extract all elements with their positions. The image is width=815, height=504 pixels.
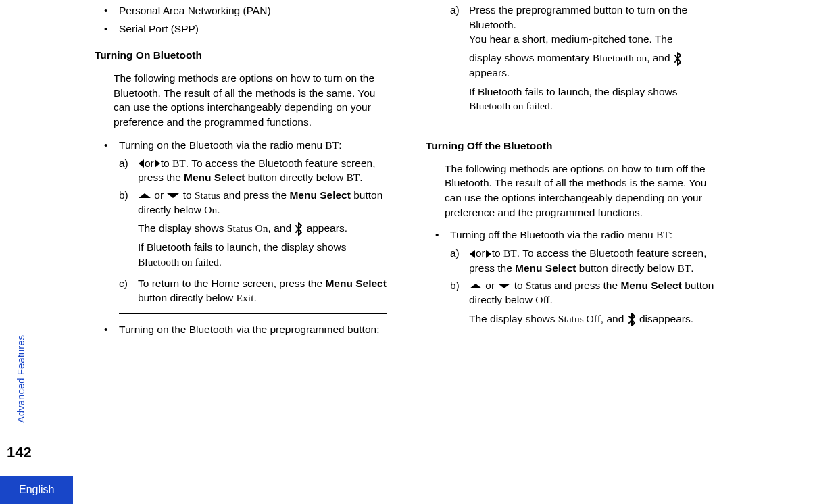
step-c-body: To return to the Home screen, press the … — [138, 276, 387, 305]
heading-turn-on: Turning On Bluetooth — [95, 48, 387, 63]
bluetooth-icon — [294, 222, 303, 236]
side-tab-label: Advanced Features — [14, 335, 28, 423]
bullet-dot-icon: • — [104, 138, 119, 153]
off-step-a: a) orto BT. To access the Bluetooth feat… — [450, 246, 718, 275]
status-off-label: Status Off — [558, 313, 601, 324]
menu-select-label: Menu Select — [325, 278, 386, 289]
step-c: c) To return to the Home screen, press t… — [119, 276, 387, 305]
bt-label: BT — [346, 172, 360, 183]
right-a-line2: You hear a short, medium-pitched tone. T… — [469, 32, 718, 47]
bullet-button-on-text: Turning on the Bluetooth via the preprog… — [119, 322, 379, 337]
bullet-menu-on: • Turning on the Bluetooth via the radio… — [104, 138, 387, 153]
bullet-dot-icon: • — [435, 228, 450, 243]
status-on-label: Status On — [227, 222, 268, 234]
arrow-right-icon — [486, 250, 491, 258]
arrow-up-icon — [470, 284, 482, 288]
bullet-button-on: • Turning on the Bluetooth via the prepr… — [104, 322, 387, 337]
menu-select-label: Menu Select — [515, 262, 576, 274]
bullet-menu-on-text: Turning on the Bluetooth via the radio m… — [119, 138, 341, 153]
menu-select-label: Menu Select — [184, 172, 245, 183]
step-a-body: orto BT. To access the Bluetooth feature… — [138, 156, 387, 185]
right-a-line1: Press the preprogrammed button to turn o… — [469, 3, 718, 32]
page-number: 142 — [7, 443, 32, 463]
text-pan: Personal Area Networking (PAN) — [119, 3, 271, 18]
bt-label: BT — [677, 262, 691, 274]
bluetooth-icon — [673, 52, 683, 66]
bullet-dot-icon: • — [104, 322, 119, 337]
label-b: b) — [119, 188, 138, 274]
status-label: Status — [526, 280, 551, 291]
status-label: Status — [195, 189, 220, 201]
text-spp: Serial Port (SPP) — [119, 22, 199, 36]
arrow-left-icon — [139, 159, 144, 168]
heading-turn-off: Turning Off the Bluetooth — [426, 138, 718, 153]
bullet-pan: • Personal Area Networking (PAN) — [104, 3, 387, 18]
right-a-fail: If Bluetooth fails to launch, the displa… — [469, 84, 718, 114]
label-a: a) — [119, 156, 138, 185]
bullet-spp: • Serial Port (SPP) — [104, 22, 387, 36]
section-divider — [119, 313, 387, 314]
bullet-menu-off-text: Turning off the Bluetooth via the radio … — [450, 228, 672, 243]
bt-label: BT — [503, 247, 517, 259]
bt-on-label: Bluetooth on — [593, 52, 647, 64]
bt-on-failed-label: Bluetooth on failed — [469, 100, 550, 111]
bt-label: BT — [325, 139, 339, 151]
off-step-b-result: The display shows Status Off, and disapp… — [469, 311, 718, 326]
section-divider — [450, 126, 718, 126]
bullet-dot-icon: • — [104, 3, 119, 18]
arrow-left-icon — [470, 250, 475, 258]
label-c: c) — [119, 276, 138, 305]
on-label: On — [204, 204, 217, 216]
step-b-fail: If Bluetooth fails to launch, the displa… — [138, 240, 387, 269]
bt-on-failed-label: Bluetooth on failed — [138, 256, 219, 268]
right-step-a-body: Press the preprogrammed button to turn o… — [469, 3, 718, 118]
label-b: b) — [450, 278, 469, 330]
arrow-right-icon — [155, 159, 160, 168]
intro-on: The following methods are options on how… — [114, 71, 387, 130]
off-step-b: b) or to Status and press the Menu Selec… — [450, 278, 718, 330]
right-a-line3: display shows momentary Bluetooth on, an… — [469, 51, 718, 80]
bt-label: BT — [656, 229, 670, 241]
language-tab: English — [0, 476, 73, 504]
off-step-a-body: orto BT. To access the Bluetooth feature… — [469, 246, 718, 275]
label-a: a) — [450, 246, 469, 275]
exit-label: Exit — [237, 292, 254, 303]
bt-label: BT — [172, 157, 186, 169]
arrow-down-icon — [498, 284, 510, 288]
arrow-up-icon — [139, 193, 151, 198]
bullet-dot-icon: • — [104, 22, 119, 36]
arrow-down-icon — [167, 193, 179, 198]
step-a: a) orto BT. To access the Bluetooth feat… — [119, 156, 387, 185]
intro-off: The following methods are options on how… — [445, 161, 718, 220]
off-step-b-body: or to Status and press the Menu Select b… — [469, 278, 718, 330]
bluetooth-icon — [627, 313, 637, 326]
menu-select-label: Menu Select — [620, 280, 681, 291]
step-b-body: or to Status and press the Menu Select b… — [138, 188, 387, 274]
menu-select-label: Menu Select — [289, 189, 350, 201]
step-b: b) or to Status and press the Menu Selec… — [119, 188, 387, 274]
step-b-result: The display shows Status On, and appears… — [138, 221, 387, 236]
off-label: Off — [535, 294, 549, 305]
right-step-a: a) Press the preprogrammed button to tur… — [450, 3, 718, 118]
bullet-menu-off: • Turning off the Bluetooth via the radi… — [435, 228, 718, 243]
label-a: a) — [450, 3, 469, 118]
